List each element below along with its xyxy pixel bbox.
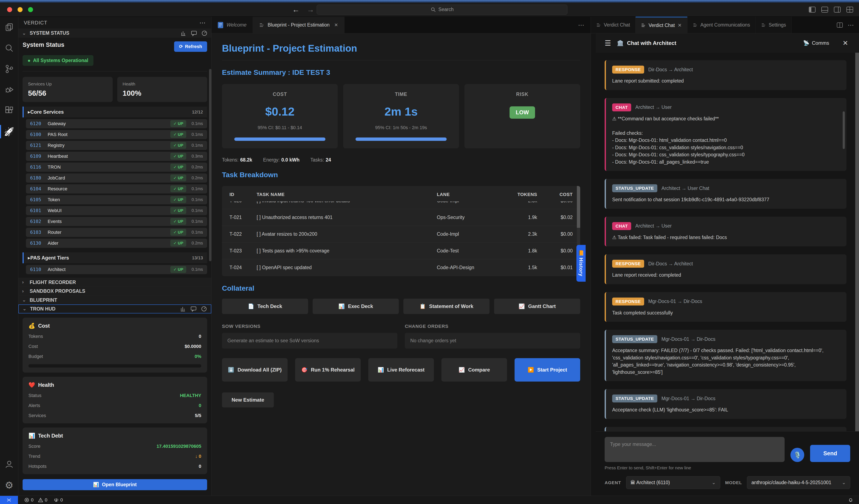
close-icon[interactable]: ✕ <box>334 22 338 28</box>
gauge-icon[interactable] <box>201 30 208 36</box>
tech-deck-button[interactable]: 📄Tech Deck <box>222 299 308 314</box>
toggle-panel-icon[interactable] <box>822 7 828 13</box>
service-row[interactable]: 6121Registry✓ UP0.1ms <box>26 141 207 150</box>
task-row[interactable]: T-021[ ] Unauthorized access returns 401… <box>222 209 580 226</box>
section-sandbox-proposals[interactable]: › SANDBOX PROPOSALS <box>18 287 211 295</box>
back-icon[interactable]: ← <box>292 5 300 14</box>
editor-more-icon[interactable]: ⋯ <box>572 21 591 29</box>
message-body: Sent notification to chat session 19cb9d… <box>612 196 840 203</box>
verdict-extension-icon[interactable]: 🚀 <box>0 121 18 142</box>
agent-label: AGENT <box>605 480 621 485</box>
tron-cost-card: 💰Cost Tokens0 Cost$0.0000 Budget0% <box>22 318 207 372</box>
gauge-icon[interactable] <box>201 306 207 312</box>
sidebar-more-icon[interactable]: ⋯ <box>199 19 206 26</box>
chevron-down-icon: ⌄ <box>838 480 846 485</box>
menu-icon[interactable]: ☰ <box>605 39 611 47</box>
trend-chart-icon: 📈 <box>518 303 525 309</box>
remote-indicator[interactable] <box>0 496 18 504</box>
chat-input-area: 🎙️ Send Press Enter to send, Shift+Enter… <box>596 431 859 495</box>
start-project-button[interactable]: ▶️Start Project <box>515 358 580 382</box>
service-row[interactable]: 6120Gateway✓ UP0.1ms <box>26 119 207 128</box>
download-all-zip-button[interactable]: ⬇️Download All (ZIP) <box>222 358 288 382</box>
chat-message-input[interactable] <box>605 437 785 462</box>
comment-icon[interactable] <box>191 306 197 312</box>
comment-icon[interactable] <box>191 30 197 36</box>
panel-more-icon[interactable]: ⋯ <box>848 21 854 29</box>
source-control-icon[interactable] <box>0 59 18 79</box>
tab-settings[interactable]: Settings <box>756 17 792 33</box>
tab-welcome[interactable]: Welcome <box>211 17 253 33</box>
compare-button[interactable]: 📈Compare <box>441 358 507 382</box>
service-row[interactable]: 6180JobCard✓ UP0.2ms <box>26 173 207 183</box>
task-row[interactable]: T-022[ ] Avatar resizes to 200x200Code-I… <box>222 226 580 242</box>
service-row[interactable]: 6104Resource✓ UP0.1ms <box>26 184 207 194</box>
message-scrollbar[interactable] <box>843 111 845 149</box>
exec-deck-button[interactable]: 📊Exec Deck <box>313 299 399 314</box>
service-row[interactable]: 6110Architect✓ UP0.1ms <box>26 265 207 274</box>
ports-indicator[interactable]: 0 <box>54 497 63 503</box>
service-row[interactable]: 6109Heartbeat✓ UP0.3ms <box>26 152 207 161</box>
gantt-chart-button[interactable]: 📈Gantt Chart <box>494 299 580 314</box>
forward-icon[interactable]: → <box>307 5 314 14</box>
toggle-sidebar-left-icon[interactable] <box>809 7 815 13</box>
bar-chart-icon[interactable] <box>180 306 186 312</box>
minimize-window-button[interactable] <box>18 7 22 12</box>
search-sidebar-icon[interactable] <box>0 37 18 59</box>
run-rehearsal-button[interactable]: 🎯Run 1% Rehearsal <box>295 358 361 382</box>
refresh-button[interactable]: ⟳ Refresh <box>174 41 207 52</box>
service-row[interactable]: 6102Events✓ UP0.1ms <box>26 217 207 226</box>
input-hint: Press Enter to send, Shift+Enter for new… <box>605 465 850 470</box>
message-type-badge: RESPONSE <box>612 260 644 268</box>
task-row[interactable]: T-023[ ] Tests pass with >95% coverageCo… <box>222 242 580 259</box>
settings-gear-icon[interactable]: ⚙ <box>0 475 18 495</box>
services-up-card: Services Up 56/56 <box>22 77 112 102</box>
customize-layout-icon[interactable] <box>846 7 853 13</box>
service-row[interactable]: 6105Token✓ UP0.1ms <box>26 195 207 204</box>
task-row[interactable]: T-020[ ] Invalid input returns 400 with … <box>222 201 580 209</box>
chevron-right-icon: › <box>22 279 27 285</box>
run-debug-icon[interactable] <box>0 79 18 100</box>
toggle-sidebar-right-icon[interactable] <box>834 7 841 13</box>
tab-verdict-chat-2[interactable]: Verdict Chat ✕ <box>636 17 688 33</box>
group-count: 12/12 <box>192 109 203 114</box>
comms-button[interactable]: 📡 Comms <box>803 40 829 46</box>
section-tron-hud[interactable]: ⌄ TRON HUD <box>18 304 211 314</box>
statement-of-work-button[interactable]: 📋Statement of Work <box>403 299 489 314</box>
mic-button[interactable]: 🎙️ <box>790 448 804 462</box>
pas-agent-tiers-group[interactable]: ▸ PAS Agent Tiers 13/13 <box>22 253 207 263</box>
service-row[interactable]: 6101WebUI✓ UP0.1ms <box>26 206 207 215</box>
explorer-icon[interactable] <box>0 17 18 37</box>
model-select[interactable]: anthropic/claude-haiku-4-5-20251001 ⌄ <box>747 476 850 489</box>
extensions-icon[interactable] <box>0 100 18 121</box>
tab-verdict-chat-1[interactable]: Verdict Chat <box>591 17 636 33</box>
global-search-input[interactable]: Search <box>317 4 568 15</box>
section-flight-recorder[interactable]: › FLIGHT RECORDER <box>18 278 211 287</box>
problems-indicator[interactable]: 0 0 <box>24 497 47 503</box>
live-reforecast-button[interactable]: 📊Live Reforecast <box>368 358 434 382</box>
section-system-status[interactable]: ⌄ SYSTEM STATUS <box>18 29 211 37</box>
tab-blueprint-project-estimation[interactable]: Blueprint - Project Estimation ✕ <box>253 17 344 33</box>
bell-icon[interactable] <box>848 498 853 503</box>
split-editor-icon[interactable] <box>837 22 843 28</box>
maximize-window-button[interactable] <box>28 7 33 12</box>
service-row[interactable]: 6100PAS Root✓ UP0.1ms <box>26 130 207 139</box>
section-blueprint[interactable]: ⌄ BLUEPRINT <box>18 295 211 304</box>
new-estimate-button[interactable]: New Estimate <box>222 393 274 408</box>
core-services-group[interactable]: ▸ Core Services 12/12 <box>22 107 207 118</box>
close-icon[interactable]: ✕ <box>843 39 848 47</box>
history-drawer-tab[interactable]: 📙 History <box>576 245 586 282</box>
agent-select[interactable]: 🏛 Architect (6110) ⌄ <box>626 476 720 489</box>
service-row[interactable]: 6116TRON✓ UP0.2ms <box>26 163 207 172</box>
open-blueprint-button[interactable]: 📊 Open Blueprint <box>22 479 207 490</box>
task-row[interactable]: T-024[ ] OpenAPI spec updatedCode-API-De… <box>222 259 580 275</box>
accounts-icon[interactable] <box>0 454 18 475</box>
bar-chart-icon[interactable] <box>180 30 187 36</box>
chat-scrollbar[interactable] <box>855 53 859 431</box>
close-window-button[interactable] <box>7 7 12 12</box>
tab-agent-communications[interactable]: Agent Communications <box>688 17 756 33</box>
sidebar-scrollbar[interactable] <box>209 69 211 261</box>
service-row[interactable]: 6103Router✓ UP0.1ms <box>26 228 207 237</box>
service-row[interactable]: 6130Aider✓ UP0.2ms <box>26 239 207 248</box>
send-button[interactable]: Send <box>810 445 850 462</box>
close-icon[interactable]: ✕ <box>678 22 682 28</box>
